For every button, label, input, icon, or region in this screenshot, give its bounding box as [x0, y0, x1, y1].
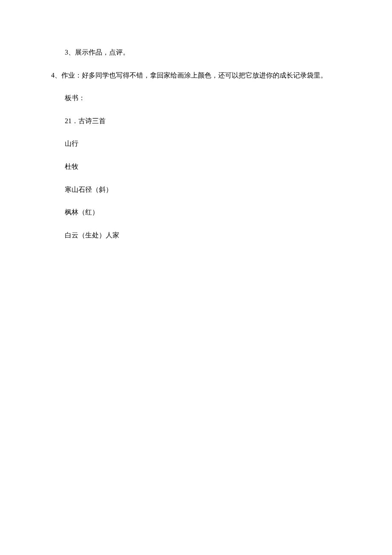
paragraph-board: 板书：	[51, 92, 341, 104]
paragraph-poem-title: 山行	[51, 138, 341, 149]
paragraph-line-2: 枫林（红）	[51, 207, 341, 218]
paragraph-item-4: 4、作业：好多同学也写得不错，拿回家给画涂上颜色，还可以把它放进你的成长记录袋里…	[51, 70, 341, 81]
paragraph-author: 杜牧	[51, 161, 341, 172]
paragraph-line-3: 白云（生处）人家	[51, 230, 341, 241]
paragraph-line-1: 寒山石径（斜）	[51, 184, 341, 195]
paragraph-4-text: 4、作业：好多同学也写得不错，拿回家给画涂上颜色，还可以把它放进你的成长记录袋里…	[51, 72, 327, 79]
paragraph-item-3: 3、展示作品，点评。	[51, 47, 341, 58]
paragraph-lesson-title: 21．古诗三首	[51, 116, 341, 127]
